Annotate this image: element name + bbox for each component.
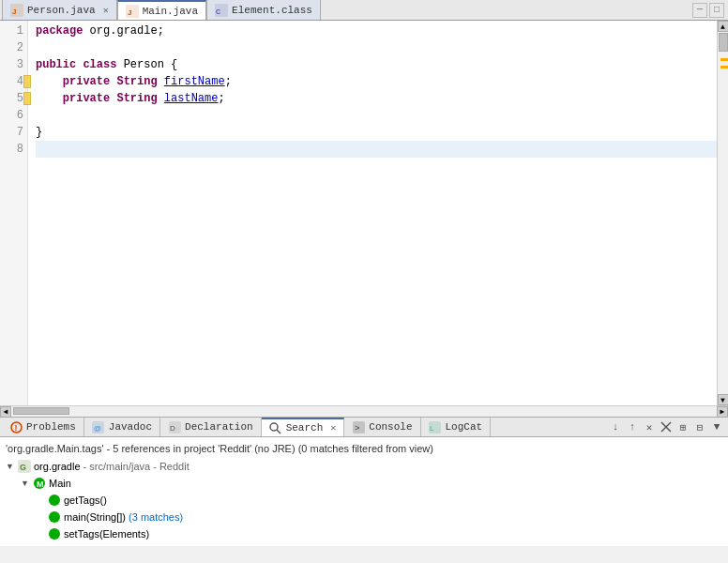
svg-point-27 [49,528,60,540]
main-method-icon [47,510,62,525]
scroll-up-button[interactable]: ▲ [718,21,729,32]
editor-horizontal-scrollbar[interactable]: ◀ ▶ [0,405,728,417]
tab-person-java-close[interactable]: ✕ [103,5,109,16]
gettags-icon [47,493,62,508]
sort-prev-button[interactable]: ↑ [625,419,640,434]
java-file-icon-2: J [126,5,139,18]
svg-text:J: J [12,8,16,16]
search-panel: 'org.gradle.Main.tags' - 5 references in… [0,437,728,546]
gettags-label: getTags() [64,495,107,506]
tab-declaration-label: Declaration [185,421,253,433]
line-numbers: 1 2 3 4 5 6 7 8 [0,21,28,405]
view-menu-button[interactable]: ▼ [709,419,724,434]
java-file-icon: J [10,4,23,17]
tab-declaration[interactable]: D Declaration [160,418,262,436]
javadoc-icon: @ [92,420,105,434]
svg-text:D: D [170,424,175,433]
tree-node-gettags[interactable]: ▶ getTags() [36,492,722,509]
tree-node-main-method[interactable]: ▶ main(String[]) (3 matches) [36,509,722,525]
margin-marker-1 [720,58,728,61]
settags-label: setTags(Elements) [64,528,149,540]
svg-line-13 [277,430,281,434]
tab-element-class[interactable]: C Element.class [206,0,321,20]
scroll-right-button[interactable]: ▶ [717,406,728,418]
main-method-label: main(String[]) (3 matches) [64,511,183,523]
firstname-link[interactable]: firstName [164,73,225,90]
tab-console-label: Console [369,421,412,433]
search-icon [269,421,282,434]
margin-marker-2 [720,66,728,68]
svg-point-12 [270,423,278,431]
tree-node-main[interactable]: ▼ M Main [21,475,722,492]
lastname-link[interactable]: lastName [164,90,219,107]
tab-console[interactable]: > Console [344,418,420,436]
svg-text:C: C [216,8,220,15]
remove-all-button[interactable] [659,419,674,434]
tab-logcat-label: LogCat [446,421,483,433]
bottom-tab-controls: ↓ ↑ ✕ ⊞ ⊟ ▼ [608,419,728,434]
bottom-tabs: ! Problems @ Javadoc D Declaration Searc… [2,418,491,436]
svg-text:!: ! [14,423,17,433]
editor-tab-bar: J Person.java ✕ J Main.java C Elem [0,0,728,21]
logcat-icon: L [429,420,442,434]
console-icon: > [352,420,365,434]
code-line-6 [36,107,717,124]
sort-next-button[interactable]: ↓ [608,419,623,434]
tree-node-settags[interactable]: ▶ setTags(Elements) [36,525,722,542]
expand-arrow-org-gradle[interactable]: ▼ [6,462,17,471]
code-line-5: private String lastName; [36,90,717,107]
search-summary: 'org.gradle.Main.tags' - 5 references in… [6,441,722,458]
tree-node-org-gradle[interactable]: ▼ G org.gradle - src/main/java - Reddit [6,458,722,475]
tab-search-label: Search [286,422,324,434]
svg-text:M: M [37,479,44,489]
no-expand-main-method: ▶ [36,512,47,522]
tab-javadoc-label: Javadoc [109,421,152,433]
main-label: Main [49,478,71,489]
tab-problems-label: Problems [26,421,76,433]
code-line-7: } [36,124,717,141]
code-line-3: public class Person { [36,56,717,73]
org-gradle-label: org.gradle - src/main/java - Reddit [34,461,190,472]
tab-person-java[interactable]: J Person.java ✕ [2,0,117,20]
tab-main-java-label: Main.java [143,6,198,17]
scroll-left-button[interactable]: ◀ [0,406,11,418]
search-tab-close[interactable]: ✕ [330,422,336,434]
code-line-4: private String firstName; [36,73,717,90]
maximize-button[interactable]: □ [709,3,724,18]
svg-text:>: > [355,424,359,434]
editor-tabs: J Person.java ✕ J Main.java C Elem [2,0,321,20]
no-expand-gettags: ▶ [36,495,47,505]
scroll-h-track[interactable] [11,406,717,417]
editor-area: 1 2 3 4 5 6 7 8 package org.gradle; publ… [0,21,728,405]
expand-arrow-main[interactable]: ▼ [21,479,32,488]
scroll-down-button[interactable]: ▼ [718,394,729,405]
svg-point-20 [665,426,667,428]
tab-element-class-label: Element.class [232,5,312,16]
svg-point-26 [49,511,60,523]
svg-text:L: L [430,424,434,433]
tab-problems[interactable]: ! Problems [2,418,84,436]
minimize-button[interactable]: ─ [692,3,707,18]
tab-logcat[interactable]: L LogCat [421,418,492,436]
tab-person-java-label: Person.java [27,5,96,16]
collapse-all-button[interactable]: ⊟ [692,419,707,434]
settags-icon [47,526,62,541]
remove-result-button[interactable]: ✕ [642,419,657,434]
code-line-8 [36,141,717,158]
svg-text:G: G [20,463,26,472]
scroll-track[interactable] [718,32,728,394]
tab-search[interactable]: Search ✕ [262,418,345,436]
main-class-icon: M [32,476,47,491]
tab-main-java[interactable]: J Main.java [117,0,206,20]
expand-all-button[interactable]: ⊞ [675,419,690,434]
gradle-icon: G [17,459,32,474]
declaration-icon: D [168,420,181,434]
svg-text:@: @ [94,424,101,433]
code-editor[interactable]: package org.gradle; public class Person … [28,21,717,405]
bottom-tab-bar: ! Problems @ Javadoc D Declaration Searc… [0,417,728,437]
scroll-h-thumb[interactable] [13,407,69,415]
scroll-thumb[interactable] [719,33,728,52]
tab-javadoc[interactable]: @ Javadoc [84,418,160,436]
svg-text:J: J [128,8,131,17]
editor-vertical-scrollbar[interactable]: ▲ ▼ [717,21,728,405]
